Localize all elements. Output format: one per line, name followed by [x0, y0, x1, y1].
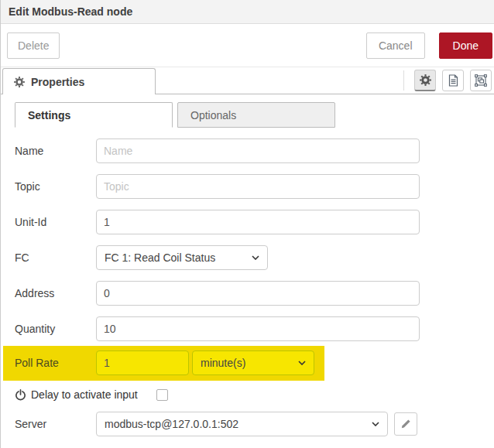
poll-rate-unit-value: minute(s)	[201, 357, 245, 369]
chevron-down-icon	[372, 422, 379, 426]
quantity-row: Quantity	[15, 316, 494, 341]
settings-subtabs: Settings Optionals	[15, 102, 494, 128]
dialog-title: Edit Modbus-Read node	[9, 5, 132, 18]
tab-optionals-label: Optionals	[190, 109, 236, 121]
done-button[interactable]: Done	[439, 32, 492, 59]
unit-id-input[interactable]	[96, 210, 420, 234]
tab-optionals[interactable]: Optionals	[177, 102, 335, 128]
poll-rate-input[interactable]	[96, 351, 189, 375]
power-icon	[15, 389, 26, 401]
file-text-icon	[448, 74, 459, 87]
fc-row: FC FC 1: Read Coil Status	[15, 245, 494, 270]
quantity-input[interactable]	[96, 316, 420, 341]
topic-input[interactable]	[96, 174, 420, 199]
poll-rate-label: Poll Rate	[15, 357, 96, 369]
delay-label: Delay to activate input	[31, 388, 138, 401]
toolbar-right: Cancel Done	[366, 32, 492, 59]
edit-server-button[interactable]	[394, 412, 417, 436]
server-row: Server modbus-tcp@127.0.0.1:502	[15, 412, 494, 436]
server-select[interactable]: modbus-tcp@127.0.0.1:502	[96, 412, 388, 436]
address-label: Address	[15, 287, 96, 299]
editor-tabbar: Properties	[1, 67, 494, 94]
chevron-down-icon	[298, 361, 306, 365]
tab-properties-label: Properties	[31, 76, 84, 88]
topic-label: Topic	[15, 180, 96, 193]
address-input[interactable]	[96, 281, 420, 306]
dialog-header: Edit Modbus-Read node	[1, 0, 494, 24]
delete-button[interactable]: Delete	[7, 32, 60, 59]
server-label: Server	[15, 418, 96, 430]
poll-rate-row-highlighted: Poll Rate minute(s)	[3, 346, 324, 381]
name-input[interactable]	[96, 139, 420, 163]
unit-id-label: Unit-Id	[15, 216, 96, 228]
description-icon-button[interactable]	[442, 70, 464, 91]
name-label: Name	[15, 145, 96, 157]
editor-type-buttons	[403, 70, 494, 94]
name-row: Name	[15, 139, 494, 163]
appearance-icon-button[interactable]	[470, 70, 492, 91]
fc-select[interactable]: FC 1: Read Coil Status	[96, 245, 268, 270]
topic-row: Topic	[15, 174, 494, 199]
tab-properties[interactable]: Properties	[2, 68, 156, 94]
cancel-button[interactable]: Cancel	[366, 32, 425, 59]
delay-row: Delay to activate input	[15, 388, 494, 401]
poll-rate-unit-select[interactable]: minute(s)	[192, 351, 314, 375]
properties-form: Settings Optionals Name Topic Unit-Id FC…	[1, 94, 494, 436]
quantity-label: Quantity	[15, 323, 96, 335]
dialog-toolbar: Delete Cancel Done	[1, 24, 494, 67]
edit-node-dialog: Edit Modbus-Read node Delete Cancel Done	[0, 0, 494, 448]
tabbar-separator	[403, 70, 404, 91]
fc-label: FC	[15, 251, 96, 264]
delay-checkbox[interactable]	[156, 389, 168, 401]
unit-id-row: Unit-Id	[15, 210, 494, 234]
object-group-icon	[475, 74, 487, 87]
address-row: Address	[15, 281, 494, 306]
tab-settings[interactable]: Settings	[15, 102, 173, 128]
pencil-icon	[400, 419, 411, 429]
gear-icon	[420, 74, 431, 86]
gear-icon	[14, 77, 25, 87]
tab-settings-label: Settings	[28, 109, 70, 121]
fc-select-value: FC 1: Read Coil Status	[105, 251, 215, 264]
server-select-value: modbus-tcp@127.0.0.1:502	[105, 418, 238, 430]
properties-icon-button[interactable]	[414, 70, 436, 91]
chevron-down-icon	[252, 255, 259, 260]
